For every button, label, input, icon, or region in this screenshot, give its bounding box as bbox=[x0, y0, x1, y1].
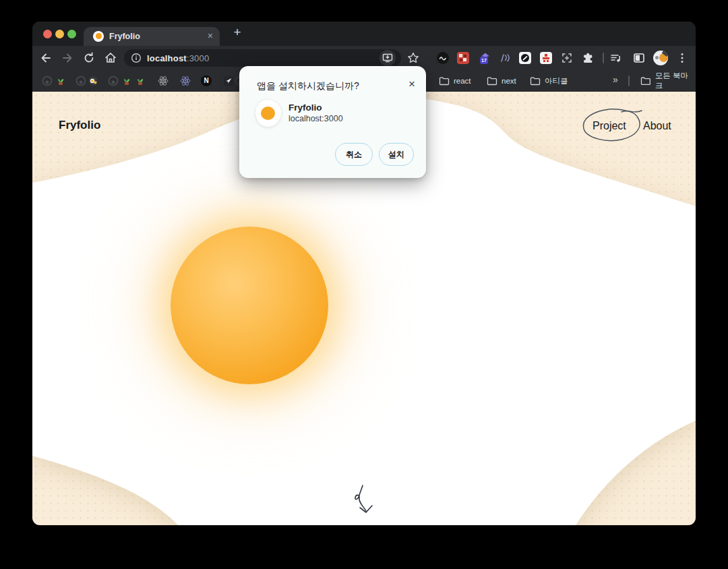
ext-purple-badge-icon[interactable]: 17 bbox=[479, 51, 492, 65]
bookmark-github-icon[interactable] bbox=[75, 76, 86, 86]
all-bookmarks-folder[interactable]: 모든 북마크 bbox=[640, 76, 696, 86]
extensions-puzzle-icon[interactable] bbox=[582, 51, 595, 65]
bookmarks-separator bbox=[628, 76, 630, 86]
tab-strip: Fryfolio × + bbox=[32, 22, 696, 46]
nav-link-about[interactable]: About bbox=[643, 120, 671, 132]
bookmark-star-icon[interactable] bbox=[406, 51, 420, 65]
ext-badge-count: 17 bbox=[480, 57, 488, 64]
traffic-minimize-button[interactable] bbox=[55, 30, 64, 38]
ext-dark-circle-icon[interactable] bbox=[436, 51, 450, 65]
bookmark-github-icon[interactable] bbox=[42, 76, 53, 86]
toolbar-separator bbox=[603, 53, 604, 63]
profile-avatar[interactable] bbox=[653, 51, 668, 65]
folder-label: 아티클 bbox=[545, 76, 568, 86]
address-bar[interactable]: localhost:3000 bbox=[124, 49, 401, 67]
new-tab-button[interactable]: + bbox=[228, 24, 247, 42]
bookmark-folder-react[interactable]: react bbox=[439, 76, 471, 86]
cancel-button[interactable]: 취소 bbox=[335, 143, 373, 166]
ext-slashes-icon[interactable] bbox=[498, 51, 512, 65]
side-panel-icon[interactable] bbox=[632, 51, 646, 65]
all-bookmarks-label: 모든 북마크 bbox=[655, 71, 696, 91]
back-icon[interactable] bbox=[39, 51, 53, 65]
forward-icon[interactable] bbox=[61, 51, 74, 65]
screenshot-stage: Fryfolio × + localhost:300 bbox=[0, 0, 728, 569]
home-icon[interactable] bbox=[104, 51, 117, 65]
reload-icon[interactable] bbox=[82, 51, 96, 65]
site-logo[interactable]: Fryfolio bbox=[59, 119, 100, 132]
egg-yolk bbox=[171, 227, 328, 384]
tab-fryfolio[interactable]: Fryfolio × bbox=[84, 27, 220, 46]
bookmark-egg-pan-icon[interactable] bbox=[88, 76, 98, 86]
bookmark-react-purple-icon[interactable] bbox=[180, 76, 191, 86]
folder-label: next bbox=[502, 77, 516, 85]
dialog-title: 앱을 설치하시겠습니까? bbox=[257, 80, 359, 92]
hand-drawn-circle-annotation bbox=[577, 104, 647, 147]
pwa-install-icon[interactable] bbox=[380, 50, 396, 66]
bookmark-sprout-icon[interactable] bbox=[121, 76, 132, 86]
traffic-zoom-button[interactable] bbox=[67, 30, 76, 38]
bookmark-react-icon[interactable] bbox=[158, 76, 169, 86]
bookmark-folder-articles[interactable]: 아티클 bbox=[530, 76, 568, 86]
bookmark-notion-icon[interactable]: N bbox=[201, 76, 212, 86]
url-port: :3000 bbox=[187, 53, 210, 63]
site-info-icon[interactable] bbox=[131, 53, 142, 63]
menu-kebab-icon[interactable] bbox=[675, 51, 689, 65]
dialog-close-icon[interactable]: × bbox=[408, 78, 415, 90]
media-controls-icon[interactable] bbox=[609, 51, 623, 65]
bookmark-folder-next[interactable]: next bbox=[487, 76, 516, 86]
tab-title: Fryfolio bbox=[109, 32, 140, 41]
bookmark-sprout-icon[interactable] bbox=[135, 76, 146, 86]
egg-favicon-icon bbox=[93, 31, 104, 42]
ext-red-figure-icon[interactable] bbox=[539, 51, 553, 65]
traffic-close-button[interactable] bbox=[43, 30, 52, 38]
ext-red-grid-icon[interactable] bbox=[456, 51, 470, 65]
pwa-install-dialog: 앱을 설치하시겠습니까? × Fryfolio localhost:3000 취… bbox=[239, 66, 426, 178]
bookmarks-overflow-chevron[interactable]: » bbox=[613, 74, 618, 85]
dialog-app-origin: localhost:3000 bbox=[289, 114, 343, 123]
dialog-app-name: Fryfolio bbox=[289, 102, 322, 113]
app-egg-icon bbox=[255, 100, 281, 127]
folder-label: react bbox=[454, 77, 471, 85]
bookmark-thunder-icon[interactable] bbox=[223, 76, 234, 86]
tab-close-icon[interactable]: × bbox=[208, 30, 213, 41]
ext-lens-icon[interactable] bbox=[518, 51, 532, 65]
install-button[interactable]: 설치 bbox=[379, 143, 414, 166]
bookmark-sprout-icon[interactable] bbox=[55, 76, 66, 86]
url-host: localhost bbox=[147, 53, 187, 63]
url-text: localhost:3000 bbox=[147, 53, 209, 63]
hand-drawn-arrow-down bbox=[346, 481, 386, 522]
bookmark-github-icon[interactable] bbox=[108, 76, 119, 86]
ext-screenshot-icon[interactable] bbox=[560, 51, 574, 65]
